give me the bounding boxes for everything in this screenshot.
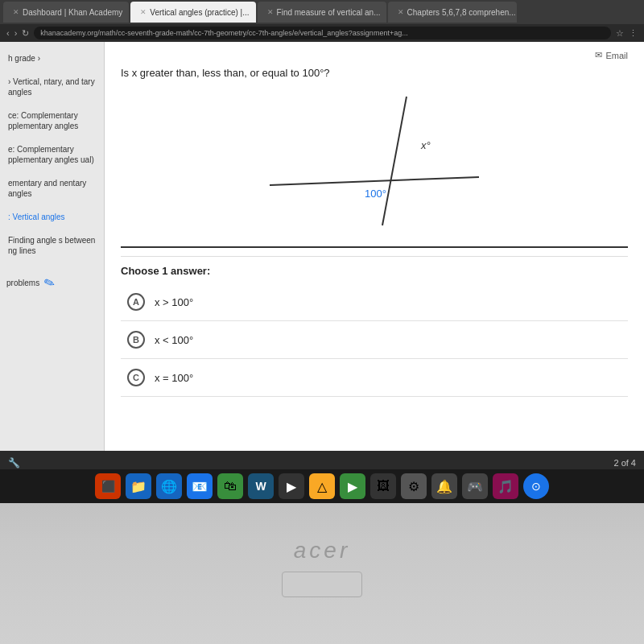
sidebar-item-vertical-label: › Vertical, ntary, and tary angles — [8, 77, 95, 97]
taskbar-icon-mail[interactable]: 📧 — [187, 473, 213, 499]
pencil-icon: ✎ — [42, 274, 57, 291]
apps-glyph: ⬛ — [101, 480, 115, 493]
tab-close-icon[interactable]: ✕ — [13, 8, 19, 16]
answer-option-c[interactable]: C x = 100° — [121, 359, 628, 397]
email-icon: ✉ — [595, 50, 602, 60]
option-text-a: x > 100° — [155, 296, 193, 308]
tab-bar: ✕ Dashboard | Khan Academy ✕ Vertical an… — [0, 0, 644, 24]
question-text: Is x greater than, less than, or equal t… — [121, 67, 628, 79]
browser-glyph: 🌐 — [161, 479, 177, 494]
taskbar-icon-notification[interactable]: 🔔 — [431, 473, 457, 499]
main-content: ✉ Email Is x greater than, less than, or… — [105, 42, 644, 475]
browser-chrome: ✕ Dashboard | Khan Academy ✕ Vertical an… — [0, 0, 644, 42]
forward-button[interactable]: › — [14, 28, 18, 38]
laptop-touchpad[interactable] — [282, 572, 362, 597]
chrome-glyph: ⊙ — [531, 480, 541, 493]
tab-vertical-angles-label: Vertical angles (practice) |... — [150, 8, 249, 17]
store-glyph: 🛍 — [224, 479, 237, 493]
back-button[interactable]: ‹ — [6, 28, 10, 38]
sidebar-item-elementary[interactable]: ementary and nentary angles — [6, 175, 97, 202]
music-glyph: 🎵 — [497, 479, 514, 494]
laptop-body: ✕ Dashboard | Khan Academy ✕ Vertical an… — [0, 0, 644, 644]
sidebar-item-comp2-label: e: Complementary pplementary angles ual) — [8, 145, 94, 164]
page-count: 2 of 4 — [613, 458, 636, 468]
games-glyph: 🎮 — [467, 479, 483, 494]
taskbar-icon-music[interactable]: 🎵 — [493, 473, 518, 499]
mail-glyph: 📧 — [192, 479, 208, 494]
sidebar-problems-label: problems — [6, 279, 39, 287]
angle-x-text: x° — [420, 139, 431, 151]
taskbar-icon-settings[interactable]: ⚙ — [401, 473, 427, 499]
page-content: h grade › › Vertical, ntary, and tary an… — [0, 42, 644, 475]
laptop-logo: acer — [294, 538, 350, 564]
sidebar-item-complementary2[interactable]: e: Complementary pplementary angles ual) — [6, 141, 97, 168]
answer-option-a[interactable]: A x > 100° — [121, 283, 628, 321]
tool-icon[interactable]: 🔧 — [8, 457, 20, 469]
tab-find-label: Find measure of vertical an... — [277, 8, 381, 17]
angle-100-text: 100° — [365, 188, 386, 200]
drive-glyph: △ — [317, 479, 327, 494]
choose-label: Choose 1 answer: — [121, 256, 628, 277]
settings-glyph: ⚙ — [408, 479, 419, 494]
option-text-c: x = 100° — [155, 372, 193, 384]
sidebar-item-fa-label: Finding angle s between ng lines — [8, 236, 95, 255]
taskbar-icon-media[interactable]: ▶ — [279, 473, 304, 499]
video-glyph: ▶ — [348, 479, 357, 494]
photos-glyph: 🖼 — [377, 479, 390, 493]
option-circle-b: B — [127, 331, 145, 349]
tab-chapters-close-icon[interactable]: ✕ — [398, 8, 404, 16]
tab-active-close-icon[interactable]: ✕ — [140, 8, 147, 16]
answer-option-b[interactable]: B x < 100° — [121, 321, 628, 359]
menu-icon[interactable]: ⋮ — [629, 28, 638, 39]
taskbar-icon-games[interactable]: 🎮 — [462, 473, 488, 499]
sidebar-item-grade-label: h grade › — [8, 54, 40, 63]
sidebar: h grade › › Vertical, ntary, and tary an… — [0, 42, 105, 475]
sidebar-item-vertical-angles[interactable]: : Vertical angles — [6, 208, 97, 225]
taskbar-icon-word[interactable]: W — [248, 473, 274, 499]
address-bar: ‹ › ↻ khanacademy.org/math/cc-seventh-gr… — [0, 24, 644, 42]
refresh-button[interactable]: ↻ — [22, 28, 29, 39]
question-content: Is x greater than, less than, or equal t… — [121, 67, 330, 79]
taskbar-icon-chrome[interactable]: ⊙ — [523, 473, 549, 499]
taskbar-icon-video[interactable]: ▶ — [340, 473, 365, 499]
taskbar-icon-files[interactable]: 📁 — [126, 473, 151, 499]
tab-find-close-icon[interactable]: ✕ — [267, 8, 274, 16]
bookmark-icon[interactable]: ☆ — [616, 28, 624, 39]
option-circle-a: A — [127, 293, 145, 311]
media-glyph: ▶ — [287, 479, 296, 494]
option-circle-c: C — [127, 369, 145, 386]
address-input[interactable]: khanacademy.org/math/cc-seventh-grade-ma… — [34, 27, 611, 39]
taskbar-icon-store[interactable]: 🛍 — [217, 473, 243, 499]
tab-dashboard-label: Dashboard | Khan Academy — [23, 8, 122, 17]
screen: ✕ Dashboard | Khan Academy ✕ Vertical an… — [0, 0, 644, 475]
notification-glyph: 🔔 — [436, 479, 452, 494]
diagram-area: x° 100° — [246, 89, 503, 233]
tab-dashboard[interactable]: ✕ Dashboard | Khan Academy — [3, 2, 129, 23]
files-glyph: 📁 — [130, 479, 147, 494]
taskbar-icon-apps[interactable]: ⬛ — [95, 473, 121, 499]
taskbar: ⬛ 📁 🌐 📧 🛍 W ▶ △ ▶ 🖼 ⚙ — [0, 469, 644, 503]
tab-chapters-label: Chapters 5,6,7,8 comprehen... — [407, 8, 516, 17]
sidebar-item-vertical[interactable]: › Vertical, ntary, and tary angles — [6, 73, 97, 101]
taskbar-icon-photos[interactable]: 🖼 — [370, 473, 396, 499]
svg-line-0 — [270, 177, 479, 185]
address-text: khanacademy.org/math/cc-seventh-grade-ma… — [40, 29, 407, 37]
angle-diagram: x° 100° — [246, 89, 503, 233]
sidebar-item-finding-angle[interactable]: Finding angle s between ng lines — [6, 232, 97, 259]
taskbar-icon-drive[interactable]: △ — [309, 473, 335, 499]
divider — [121, 246, 628, 248]
taskbar-icon-browser[interactable]: 🌐 — [156, 473, 182, 499]
tab-find-measure[interactable]: ✕ Find measure of vertical an... — [258, 2, 386, 23]
svg-line-1 — [382, 97, 407, 225]
word-glyph: W — [255, 480, 266, 493]
sidebar-item-grade[interactable]: h grade › — [6, 50, 97, 67]
tab-chapters[interactable]: ✕ Chapters 5,6,7,8 comprehen... — [388, 2, 517, 23]
sidebar-item-complementary1[interactable]: ce: Complementary pplementary angles — [6, 107, 97, 134]
email-label: Email — [605, 51, 628, 60]
tab-vertical-angles[interactable]: ✕ Vertical angles (practice) |... — [130, 2, 255, 23]
sidebar-item-elem-label: ementary and nentary angles — [8, 179, 86, 198]
email-bar: ✉ Email — [121, 50, 628, 60]
option-text-b: x < 100° — [155, 334, 193, 346]
bottom-tools: 🔧 — [8, 457, 20, 469]
sidebar-item-va-label: : Vertical angles — [8, 213, 65, 221]
